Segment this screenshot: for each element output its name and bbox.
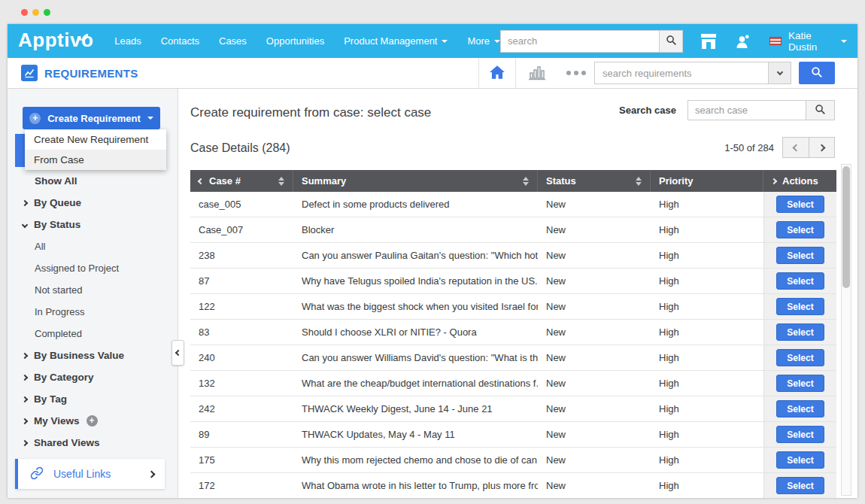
chevron-left-icon[interactable] bbox=[198, 178, 204, 184]
select-button[interactable]: Select bbox=[776, 221, 824, 238]
sidebar-item-by-queue[interactable]: By Queue bbox=[8, 192, 178, 214]
table-row[interactable]: 238Can you answer Paulina Gaitan's quest… bbox=[190, 243, 836, 269]
select-button[interactable]: Select bbox=[776, 247, 824, 264]
add-view-icon[interactable]: + bbox=[86, 415, 98, 427]
chevron-right-icon bbox=[148, 470, 156, 478]
requirements-search-button[interactable] bbox=[799, 62, 835, 84]
topnav-item-contacts[interactable]: Contacts bbox=[161, 35, 199, 47]
column-header-status[interactable]: Status bbox=[538, 170, 651, 192]
more-options-button[interactable] bbox=[558, 71, 594, 75]
cell-status: New bbox=[538, 396, 651, 421]
search-case: Search case bbox=[619, 100, 835, 120]
sidebar-item-in-progress[interactable]: In Progress bbox=[8, 301, 178, 323]
topnav-item-opportunities[interactable]: Opportunities bbox=[266, 35, 324, 47]
topnav-item-more[interactable]: More bbox=[467, 35, 500, 47]
requirements-search-input[interactable] bbox=[594, 62, 769, 84]
table-row[interactable]: 89THWACK Updates, May 4 - May 11NewHighS… bbox=[190, 422, 836, 448]
dropdown-item-create-new-requirement[interactable]: Create New Requirement bbox=[25, 129, 166, 150]
select-button[interactable]: Select bbox=[776, 196, 824, 213]
table-row[interactable]: 242THWACK Weekly Digest, June 14 - June … bbox=[190, 396, 836, 422]
global-search-button[interactable] bbox=[660, 30, 683, 53]
sidebar-item-by-tag[interactable]: By Tag bbox=[8, 388, 178, 410]
sort-icon[interactable] bbox=[636, 177, 642, 186]
search-case-input[interactable] bbox=[687, 100, 806, 120]
cell-status: New bbox=[538, 473, 651, 498]
close-button[interactable] bbox=[21, 9, 28, 16]
search-options-dropdown[interactable] bbox=[769, 62, 791, 84]
topnav-item-label: Contacts bbox=[161, 35, 199, 47]
cell-status: New bbox=[538, 422, 651, 447]
sidebar-item-completed[interactable]: Completed bbox=[8, 323, 178, 345]
table-row[interactable]: 132What are the cheap/budget internation… bbox=[190, 371, 836, 396]
reports-button[interactable] bbox=[516, 64, 558, 83]
vertical-scrollbar[interactable] bbox=[841, 164, 851, 496]
dropdown-item-from-case[interactable]: From Case bbox=[25, 150, 166, 170]
apptivo-logo[interactable]: Apptivo bbox=[12, 29, 101, 53]
column-header-case[interactable]: Case # bbox=[190, 170, 293, 192]
cell-priority: High bbox=[651, 192, 763, 217]
topnav-item-product-management[interactable]: Product Management bbox=[344, 35, 448, 47]
table-row[interactable]: 240Can you answer Williams David's quest… bbox=[190, 345, 836, 371]
table-row[interactable]: 172What Obama wrote in his letter to Tru… bbox=[190, 473, 836, 498]
sidebar-item-show-all[interactable]: Show All bbox=[8, 170, 178, 192]
sidebar-item-by-business-value[interactable]: By Business Value bbox=[8, 345, 178, 366]
cell-case-number: 175 bbox=[190, 448, 293, 472]
create-requirement-button[interactable]: + Create Requirement bbox=[23, 107, 160, 129]
select-button[interactable]: Select bbox=[776, 323, 824, 341]
home-button[interactable] bbox=[478, 58, 516, 88]
user-status-icon[interactable] bbox=[734, 33, 751, 50]
column-header-summary[interactable]: Summary bbox=[293, 170, 538, 192]
select-button[interactable]: Select bbox=[776, 477, 824, 494]
table-row[interactable]: 83Should I choose XLRI or NITIE? - Quora… bbox=[190, 320, 836, 345]
sidebar-nav: Show AllBy QueueBy StatusAllAssigned to … bbox=[8, 170, 178, 454]
sidebar-collapse-handle[interactable] bbox=[171, 340, 184, 366]
cell-priority: High bbox=[651, 396, 763, 421]
topnav-item-leads[interactable]: Leads bbox=[114, 35, 141, 47]
sort-icon[interactable] bbox=[523, 177, 529, 186]
select-button[interactable]: Select bbox=[776, 349, 824, 366]
sidebar-item-shared-views[interactable]: Shared Views bbox=[8, 432, 178, 454]
topnav-menu: LeadsContactsCasesOpportunitiesProduct M… bbox=[114, 35, 500, 47]
chevron-right-icon bbox=[818, 144, 826, 151]
column-header-priority[interactable]: Priority bbox=[651, 170, 763, 192]
sidebar-item-not-started[interactable]: Not started bbox=[8, 279, 178, 301]
global-search-input[interactable] bbox=[500, 30, 660, 53]
table-row[interactable]: 87Why have Telugus spoiled India's reput… bbox=[190, 269, 836, 294]
search-case-button[interactable] bbox=[806, 100, 835, 120]
chevron-left-icon bbox=[175, 350, 181, 356]
select-button[interactable]: Select bbox=[776, 400, 824, 417]
select-button[interactable]: Select bbox=[776, 426, 824, 443]
column-header-actions[interactable]: Actions bbox=[763, 170, 836, 192]
cell-summary: Blocker bbox=[293, 217, 538, 242]
topnav-item-cases[interactable]: Cases bbox=[219, 35, 247, 47]
select-button[interactable]: Select bbox=[776, 375, 824, 392]
chevron-down-icon bbox=[22, 221, 28, 227]
select-button[interactable]: Select bbox=[776, 272, 824, 290]
cell-summary: Can you answer Paulina Gaitan's question… bbox=[293, 243, 538, 268]
scrollbar-thumb[interactable] bbox=[842, 166, 850, 288]
user-menu[interactable]: Katie Dustin bbox=[788, 30, 836, 53]
store-icon[interactable] bbox=[700, 33, 718, 50]
previous-page-button[interactable] bbox=[782, 137, 809, 158]
select-button[interactable]: Select bbox=[776, 298, 824, 315]
useful-links-button[interactable]: Useful Links bbox=[15, 459, 165, 489]
sidebar-item-by-status[interactable]: By Status bbox=[8, 214, 178, 235]
table-row[interactable]: Case_007BlockerNewHighSelect bbox=[190, 217, 836, 243]
table-row[interactable]: 122What was the biggest shock when you v… bbox=[190, 294, 836, 320]
sidebar-item-by-category[interactable]: By Category bbox=[8, 366, 178, 388]
minimize-button[interactable] bbox=[32, 9, 39, 16]
next-page-button[interactable] bbox=[809, 137, 835, 158]
sidebar-item-all[interactable]: All bbox=[8, 235, 178, 257]
zoom-button[interactable] bbox=[44, 9, 50, 16]
cell-priority: High bbox=[651, 320, 763, 345]
table-row[interactable]: 175Why this mom rejected chemo and chose… bbox=[190, 448, 836, 473]
cell-case-number: 132 bbox=[190, 371, 293, 396]
sidebar-item-my-views[interactable]: My Views+ bbox=[8, 410, 178, 432]
sort-icon[interactable] bbox=[278, 177, 284, 186]
table-row[interactable]: case_005Defect in some products delivere… bbox=[190, 192, 836, 217]
select-button[interactable]: Select bbox=[776, 451, 824, 469]
cell-case-number: 172 bbox=[190, 473, 293, 498]
sidebar: + Create Requirement Create New Requirem… bbox=[8, 89, 178, 498]
sidebar-item-assigned-to-project[interactable]: Assigned to Project bbox=[8, 257, 178, 279]
chevron-right-icon[interactable] bbox=[771, 178, 777, 184]
